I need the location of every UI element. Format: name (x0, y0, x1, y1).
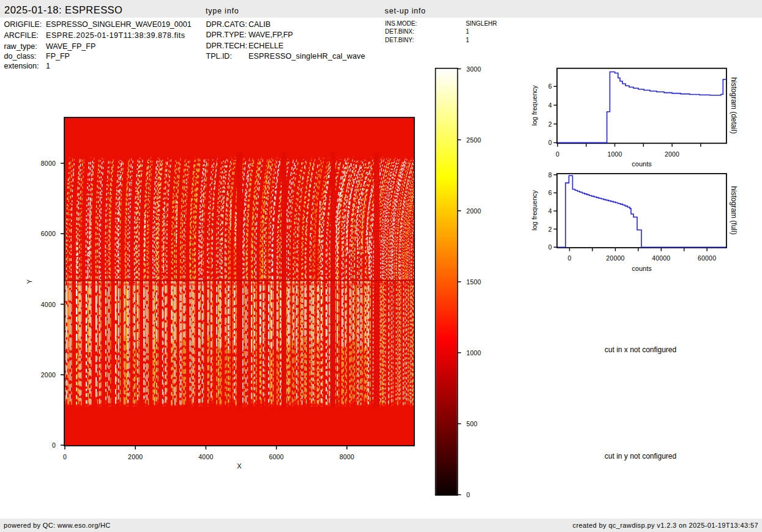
svg-text:0: 0 (52, 441, 56, 449)
svg-text:2500: 2500 (466, 136, 481, 144)
svg-text:1000: 1000 (607, 150, 622, 158)
svg-text:8000: 8000 (340, 453, 354, 460)
svg-text:1000: 1000 (466, 349, 481, 357)
svg-text:X: X (237, 462, 242, 470)
svg-text:4: 4 (548, 207, 552, 215)
svg-text:2: 2 (548, 226, 552, 233)
svg-text:6000: 6000 (269, 453, 284, 460)
svg-text:0: 0 (466, 491, 470, 498)
svg-text:0: 0 (567, 254, 571, 262)
svg-text:500: 500 (466, 420, 477, 427)
svg-text:log frequency: log frequency (531, 190, 538, 231)
svg-text:2000: 2000 (466, 207, 481, 215)
svg-text:cut in x not configured: cut in x not configured (605, 345, 676, 354)
svg-text:2000: 2000 (128, 453, 143, 460)
svg-text:2: 2 (548, 120, 552, 128)
svg-text:0: 0 (556, 150, 559, 158)
svg-text:8: 8 (548, 171, 552, 179)
svg-text:histogram (detail): histogram (detail) (730, 77, 738, 134)
svg-text:4: 4 (548, 102, 552, 109)
svg-text:1500: 1500 (466, 278, 481, 286)
svg-text:0: 0 (548, 243, 552, 251)
svg-text:6: 6 (548, 189, 552, 196)
svg-text:40000: 40000 (652, 254, 670, 262)
svg-text:2000: 2000 (41, 371, 56, 379)
svg-text:cut in y not configured: cut in y not configured (605, 452, 676, 460)
svg-text:log frequency: log frequency (531, 85, 538, 126)
svg-text:Y: Y (26, 279, 33, 284)
svg-text:0: 0 (63, 453, 67, 460)
svg-text:2000: 2000 (665, 150, 679, 158)
svg-text:6000: 6000 (41, 230, 56, 237)
svg-text:3000: 3000 (466, 65, 481, 73)
svg-text:4000: 4000 (41, 301, 56, 308)
svg-text:counts: counts (632, 160, 652, 168)
svg-text:6: 6 (548, 83, 552, 90)
svg-text:60000: 60000 (698, 254, 716, 262)
svg-text:0: 0 (548, 139, 552, 146)
svg-text:histogram (full): histogram (full) (730, 186, 738, 234)
svg-text:8000: 8000 (41, 160, 56, 167)
svg-text:counts: counts (632, 265, 652, 272)
svg-text:4000: 4000 (198, 453, 213, 460)
svg-text:20000: 20000 (606, 254, 624, 262)
